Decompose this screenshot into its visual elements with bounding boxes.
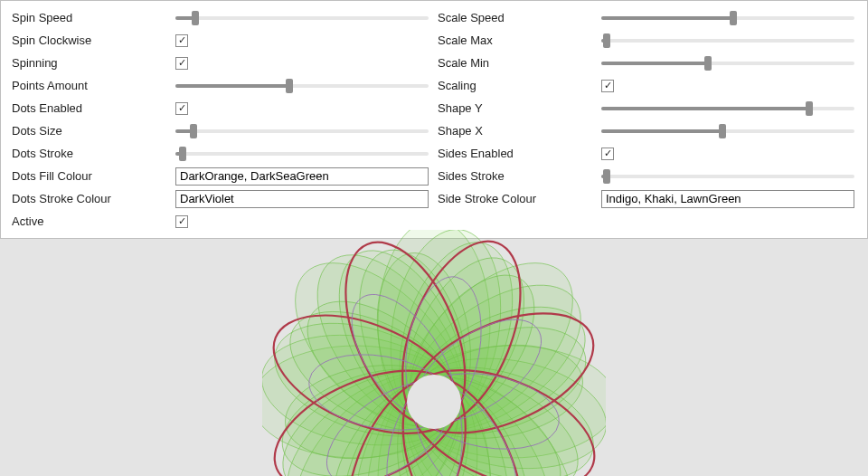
scale-speed-label: Scale Speed	[434, 11, 601, 24]
dots-stroke-colour-row: Dots Stroke Colour	[8, 187, 434, 210]
spin-speed-row: Spin Speed	[8, 6, 434, 29]
scale-min-row: Scale Min	[434, 52, 860, 74]
settings-column-right: Scale SpeedScale MaxScale MinScaling✓Sha…	[434, 6, 860, 233]
active-label: Active	[8, 214, 175, 228]
shape-x-label: Shape X	[434, 124, 601, 138]
spin-clockwise-checkbox[interactable]: ✓	[175, 34, 188, 47]
scale-max-slider[interactable]	[601, 34, 854, 47]
side-stroke-colour-row: Side Stroke Colour	[434, 187, 860, 210]
dots-stroke-slider[interactable]	[175, 148, 429, 160]
side-stroke-colour-input[interactable]	[601, 190, 854, 208]
shape-y-label: Shape Y	[434, 101, 601, 115]
spin-speed-label: Spin Speed	[8, 11, 175, 24]
shape-y-row: Shape Y	[434, 97, 860, 119]
dots-stroke-label: Dots Stroke	[8, 147, 175, 160]
sides-enabled-row: Sides Enabled✓	[434, 142, 860, 165]
scale-min-label: Scale Min	[434, 56, 601, 70]
dots-stroke-colour-label: Dots Stroke Colour	[8, 192, 175, 205]
spin-speed-slider[interactable]	[175, 12, 429, 24]
dots-enabled-checkbox[interactable]: ✓	[175, 102, 188, 115]
svg-point-56	[407, 375, 461, 429]
sides-stroke-slider[interactable]	[601, 170, 854, 183]
dots-size-label: Dots Size	[8, 124, 175, 138]
sides-stroke-label: Sides Stroke	[434, 169, 601, 183]
shape-x-row: Shape X	[434, 119, 860, 142]
scale-speed-slider[interactable]	[601, 12, 854, 24]
sides-enabled-checkbox[interactable]: ✓	[601, 148, 614, 160]
scale-max-label: Scale Max	[434, 33, 601, 47]
preview-canvas	[0, 239, 868, 476]
dots-fill-colour-label: Dots Fill Colour	[8, 169, 175, 183]
dots-stroke-row: Dots Stroke	[8, 142, 434, 165]
spin-clockwise-row: Spin Clockwise✓	[8, 29, 434, 52]
dots-stroke-colour-input[interactable]	[175, 190, 429, 208]
points-amount-row: Points Amount	[8, 74, 434, 97]
dots-size-slider[interactable]	[175, 125, 429, 138]
settings-column-left: Spin SpeedSpin Clockwise✓Spinning✓Points…	[8, 6, 434, 233]
points-amount-slider[interactable]	[175, 80, 429, 92]
shape-y-slider[interactable]	[601, 102, 854, 115]
dots-size-row: Dots Size	[8, 119, 434, 142]
sides-enabled-label: Sides Enabled	[434, 147, 601, 160]
active-checkbox[interactable]: ✓	[175, 215, 188, 228]
spin-clockwise-label: Spin Clockwise	[8, 33, 175, 47]
scale-min-slider[interactable]	[601, 57, 854, 70]
spinning-row: Spinning✓	[8, 52, 434, 74]
dots-fill-colour-row: Dots Fill Colour	[8, 165, 434, 187]
scaling-row: Scaling✓	[434, 74, 860, 97]
settings-panel: Spin SpeedSpin Clockwise✓Spinning✓Points…	[0, 0, 868, 239]
scale-speed-row: Scale Speed	[434, 6, 860, 29]
sides-stroke-row: Sides Stroke	[434, 165, 860, 187]
scale-max-row: Scale Max	[434, 29, 860, 52]
dots-fill-colour-input[interactable]	[175, 167, 429, 186]
points-amount-label: Points Amount	[8, 79, 175, 92]
shape-x-slider[interactable]	[601, 125, 854, 138]
spinning-checkbox[interactable]: ✓	[175, 57, 188, 70]
scaling-checkbox[interactable]: ✓	[601, 80, 614, 92]
side-stroke-colour-label: Side Stroke Colour	[434, 192, 601, 205]
scaling-label: Scaling	[434, 79, 601, 92]
dots-enabled-row: Dots Enabled✓	[8, 97, 434, 119]
dots-enabled-label: Dots Enabled	[8, 101, 175, 115]
spinning-label: Spinning	[8, 56, 175, 70]
